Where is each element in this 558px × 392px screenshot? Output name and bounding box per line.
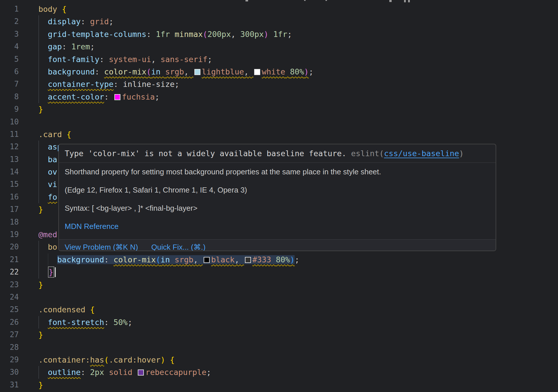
code-token xyxy=(38,55,48,64)
code-line-24[interactable]: 24 xyxy=(0,291,558,303)
code-token xyxy=(38,242,48,251)
code-line-4[interactable]: 4 gap: 1rem; xyxy=(0,40,558,53)
code-token: : xyxy=(104,92,114,101)
code-line-10[interactable]: 10 xyxy=(0,116,558,128)
line-number: 19 xyxy=(0,228,19,241)
color-swatch[interactable] xyxy=(245,257,251,263)
code-token: { xyxy=(62,5,66,14)
bracket-match-box: } xyxy=(48,266,54,278)
clipped-glyph-fragment xyxy=(304,0,306,1)
code-token: 2px xyxy=(90,368,104,377)
clipped-glyph-fragment xyxy=(404,0,406,2)
line-number: 15 xyxy=(0,178,19,191)
line-number: 9 xyxy=(0,103,19,115)
line-number: 26 xyxy=(0,316,19,328)
code-token xyxy=(38,17,48,26)
code-line-22[interactable]: 22 } xyxy=(0,266,558,278)
code-token: 200px xyxy=(207,30,231,39)
code-token: : xyxy=(114,80,123,89)
warning-squiggle: has xyxy=(90,355,104,364)
code-token xyxy=(38,155,48,164)
code-line-26[interactable]: 26 font-stretch: 50%; xyxy=(0,316,558,328)
code-token: in xyxy=(151,67,161,76)
indent-guide xyxy=(38,78,39,90)
color-swatch[interactable] xyxy=(204,257,210,263)
code-token: .container: xyxy=(38,355,90,364)
code-token: , xyxy=(194,255,203,264)
color-swatch[interactable] xyxy=(254,69,260,75)
mdn-reference-link[interactable]: MDN Reference xyxy=(65,221,490,232)
code-line-31[interactable]: 31} xyxy=(0,379,558,391)
line-number: 12 xyxy=(0,141,19,153)
code-token: display xyxy=(48,17,81,26)
code-token: : xyxy=(146,30,156,39)
indent-guide xyxy=(38,241,39,253)
code-line-1[interactable]: 1body { xyxy=(0,3,558,15)
code-line-21[interactable]: 21 background: color-mix(in srgb, black,… xyxy=(0,253,558,266)
code-line-7[interactable]: 7 container-type: inline-size; xyxy=(0,78,558,90)
code-token: { xyxy=(170,355,174,364)
code-line-28[interactable]: 28 xyxy=(0,341,558,354)
warning-squiggle: outline xyxy=(48,368,81,377)
indent-guide xyxy=(38,191,39,203)
indent-guide xyxy=(38,153,39,166)
line-number: 25 xyxy=(0,303,19,316)
indent-guide xyxy=(38,91,39,103)
indent-guide xyxy=(38,15,39,28)
code-token: : xyxy=(99,55,109,64)
line-number: 17 xyxy=(0,203,19,216)
color-swatch[interactable] xyxy=(194,69,200,75)
code-line-8[interactable]: 8 accent-color: fuchsia; xyxy=(0,91,558,103)
code-token: } xyxy=(38,205,43,214)
code-line-27[interactable]: 27} xyxy=(0,328,558,341)
code-token: accent-color xyxy=(48,92,104,101)
code-token: ; xyxy=(207,55,212,64)
code-line-29[interactable]: 29.container:has(.card:hover) { xyxy=(0,354,558,366)
indent-guide xyxy=(38,28,39,40)
code-token: ( xyxy=(146,67,151,76)
code-token: , xyxy=(184,67,194,76)
code-token: minmax xyxy=(174,30,203,39)
line-number: 5 xyxy=(0,53,19,66)
line-number: 27 xyxy=(0,328,19,341)
code-line-6[interactable]: 6 background: color-mix(in srgb, lightbl… xyxy=(0,66,558,78)
rule-link[interactable]: css/use-baseline xyxy=(384,149,459,158)
code-token: color-mix xyxy=(104,67,146,76)
code-token: ; xyxy=(287,30,292,39)
indent-guide xyxy=(38,253,39,266)
code-token: solid xyxy=(109,368,132,377)
code-token xyxy=(38,30,48,39)
code-line-23[interactable]: 23} xyxy=(0,279,558,291)
code-token: outline xyxy=(48,368,81,377)
line-number: 3 xyxy=(0,28,19,40)
indent-guide xyxy=(38,166,39,178)
line-number: 21 xyxy=(0,253,19,266)
code-line-9[interactable]: 9} xyxy=(0,103,558,115)
line-number: 29 xyxy=(0,354,19,366)
code-line-2[interactable]: 2 display: grid; xyxy=(0,15,558,28)
color-swatch[interactable] xyxy=(114,94,120,100)
code-token: : xyxy=(81,368,90,377)
color-swatch[interactable] xyxy=(138,369,144,376)
view-problem-link[interactable]: View Problem (⌘K N) xyxy=(65,243,138,251)
code-line-11[interactable]: 11.card { xyxy=(0,128,558,141)
code-token: ; xyxy=(207,368,211,377)
code-token: , xyxy=(151,55,161,64)
code-token: system-ui xyxy=(109,55,151,64)
hover-tooltip: Type 'color-mix' is not a widely availab… xyxy=(58,144,496,251)
code-token: ; xyxy=(90,42,95,51)
indent-guide xyxy=(38,40,39,53)
clipped-glyph-fragment xyxy=(326,0,327,1)
code-token: grid-template-columns xyxy=(48,30,146,39)
code-line-30[interactable]: 30 outline: 2px solid rebeccapurple; xyxy=(0,366,558,378)
code-token xyxy=(271,255,276,264)
code-line-25[interactable]: 25.condensed { xyxy=(0,303,558,316)
code-token: , xyxy=(231,30,241,39)
code-token: .condensed xyxy=(38,305,90,314)
quick-fix-link[interactable]: Quick Fix... (⌘.) xyxy=(151,243,206,251)
code-token: ov xyxy=(48,167,57,176)
code-line-5[interactable]: 5 font-family: system-ui, sans-serif; xyxy=(0,53,558,66)
code-token: ; xyxy=(155,92,159,101)
clipped-glyph-fragment xyxy=(389,0,392,2)
code-line-3[interactable]: 3 grid-template-columns: 1fr minmax(200p… xyxy=(0,28,558,40)
